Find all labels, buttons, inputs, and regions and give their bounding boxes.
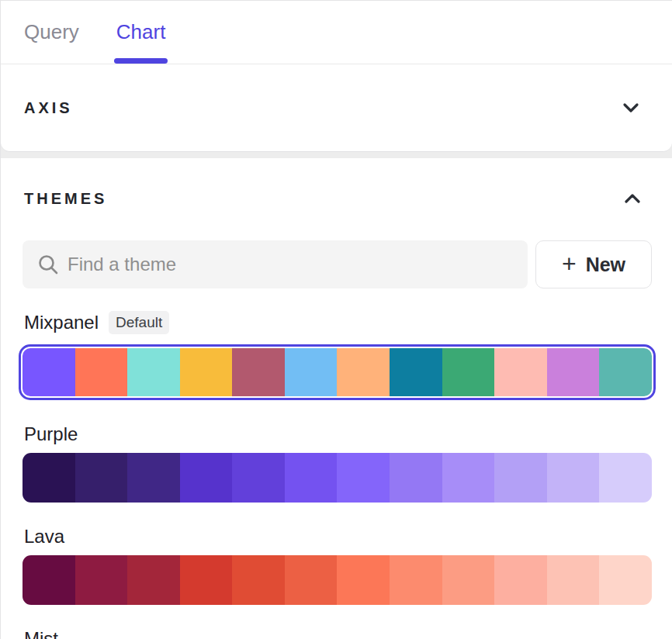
default-badge: Default xyxy=(109,311,169,334)
theme-swatch-row-wrap xyxy=(19,344,656,400)
color-swatch xyxy=(75,348,128,396)
color-swatch xyxy=(75,555,128,605)
color-swatch xyxy=(232,348,285,396)
color-swatch xyxy=(180,348,233,396)
color-swatch xyxy=(337,555,390,605)
tab-bar: Query Chart xyxy=(1,1,672,64)
color-swatch xyxy=(390,555,442,605)
color-swatch xyxy=(442,348,495,396)
color-swatch xyxy=(599,348,652,396)
color-swatch xyxy=(23,555,75,605)
tab-chart-label: Chart xyxy=(116,20,166,44)
theme-swatch-row[interactable] xyxy=(23,555,652,605)
color-swatch xyxy=(337,348,390,396)
color-swatch xyxy=(547,348,600,396)
color-swatch xyxy=(75,453,128,503)
color-swatch xyxy=(494,555,547,605)
themes-section-header[interactable]: THEMES xyxy=(23,178,652,219)
new-button-label: New xyxy=(586,254,625,276)
theme-name: Mixpanel xyxy=(24,312,99,333)
themes-panel: THEMES + New Mixpanel Default xyxy=(1,158,672,639)
chevron-down-icon xyxy=(622,102,639,113)
color-swatch xyxy=(337,453,390,503)
theme-swatch-row-wrap xyxy=(23,453,652,503)
themes-section-title: THEMES xyxy=(24,190,107,208)
axis-section-title: AXIS xyxy=(24,99,73,117)
active-tab-indicator xyxy=(114,58,168,64)
color-swatch xyxy=(127,453,180,503)
color-swatch xyxy=(232,555,285,605)
tab-query-label: Query xyxy=(24,20,79,44)
theme-search-row: + New xyxy=(23,240,652,288)
color-swatch xyxy=(180,453,233,503)
plus-icon: + xyxy=(562,251,577,276)
theme-search-input[interactable] xyxy=(23,240,528,288)
color-swatch xyxy=(390,453,442,503)
theme-item: Lava xyxy=(23,524,652,605)
query-chart-panel: Query Chart AXIS xyxy=(1,1,672,152)
theme-swatch-row[interactable] xyxy=(23,348,652,396)
color-swatch xyxy=(494,453,547,503)
theme-name-row: Mist xyxy=(23,627,652,639)
color-swatch xyxy=(23,348,75,396)
color-swatch xyxy=(127,348,180,396)
tab-chart[interactable]: Chart xyxy=(116,1,166,64)
theme-name-row: Purple xyxy=(23,422,652,447)
color-swatch xyxy=(442,555,495,605)
theme-item: Mixpanel Default xyxy=(23,310,652,400)
theme-name-row: Mixpanel Default xyxy=(23,310,652,335)
theme-swatch-row-wrap xyxy=(23,555,652,605)
color-swatch xyxy=(599,453,652,503)
new-theme-button[interactable]: + New xyxy=(535,240,652,288)
theme-swatch-row[interactable] xyxy=(23,453,652,503)
color-swatch xyxy=(390,348,442,396)
axis-section-header[interactable]: AXIS xyxy=(1,64,672,151)
color-swatch xyxy=(442,453,495,503)
color-swatch xyxy=(494,348,547,396)
color-swatch xyxy=(180,555,233,605)
theme-name: Mist xyxy=(24,628,58,639)
theme-name-row: Lava xyxy=(23,524,652,549)
color-swatch xyxy=(127,555,180,605)
color-swatch xyxy=(285,453,338,503)
chevron-up-icon xyxy=(624,193,641,204)
color-swatch xyxy=(547,453,600,503)
color-swatch xyxy=(23,453,75,503)
color-swatch xyxy=(285,555,338,605)
color-swatch xyxy=(285,348,338,396)
theme-name: Purple xyxy=(24,423,78,445)
theme-search-box xyxy=(23,240,528,288)
color-swatch xyxy=(232,453,285,503)
theme-item: Mist xyxy=(23,627,652,639)
color-swatch xyxy=(599,555,652,605)
color-swatch xyxy=(547,555,600,605)
theme-item: Purple xyxy=(23,422,652,503)
theme-name: Lava xyxy=(24,526,64,547)
tab-query[interactable]: Query xyxy=(24,1,79,64)
theme-list: Mixpanel Default Purple Lava Mist xyxy=(23,310,652,639)
